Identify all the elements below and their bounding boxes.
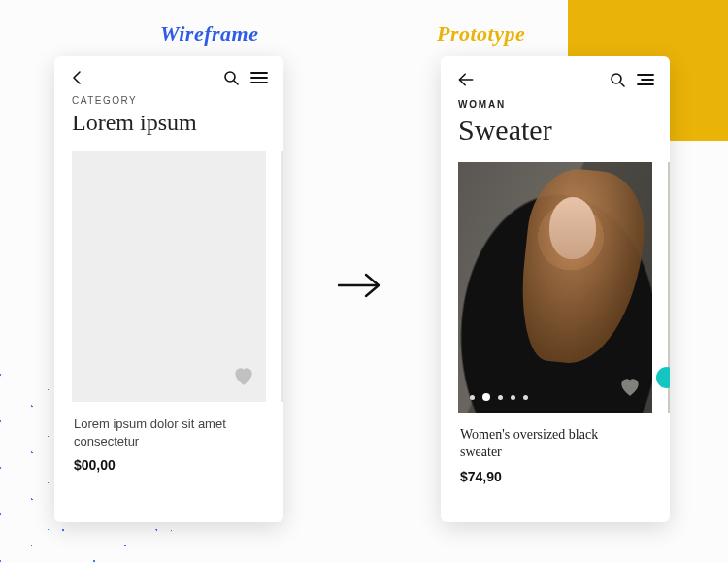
carousel-dot-active[interactable] xyxy=(482,393,490,401)
carousel-dot[interactable] xyxy=(523,395,528,400)
back-chevron-icon[interactable] xyxy=(70,70,83,85)
page-title: Lorem ipsum xyxy=(72,110,266,136)
product-card[interactable]: Women's oversized black sweater $74,90 xyxy=(458,162,652,484)
next-card-peek[interactable] xyxy=(281,151,283,402)
wireframe-card-area: Lorem ipsum dolor sit amet consectetur $… xyxy=(54,146,283,473)
prototype-topbar xyxy=(441,56,670,95)
search-icon[interactable] xyxy=(223,70,239,85)
menu-icon[interactable] xyxy=(250,71,268,84)
product-description: Lorem ipsum dolor sit amet consectetur xyxy=(74,415,239,449)
label-prototype: Prototype xyxy=(437,21,525,47)
product-card[interactable]: Lorem ipsum dolor sit amet consectetur $… xyxy=(72,151,266,473)
label-wireframe: Wireframe xyxy=(160,21,258,47)
product-price: $74,90 xyxy=(460,469,648,484)
prototype-phone: WOMAN Sweater Women's oversized blac xyxy=(441,56,670,522)
carousel-dot[interactable] xyxy=(470,395,475,400)
svg-line-2 xyxy=(234,81,238,84)
carousel-dot[interactable] xyxy=(511,395,515,400)
carousel-dot[interactable] xyxy=(498,395,503,400)
product-image xyxy=(458,162,652,413)
wireframe-topbar xyxy=(54,56,283,91)
wireframe-phone: CATEGORY Lorem ipsum Lorem ipsum dolor s… xyxy=(54,56,283,522)
page-title: Sweater xyxy=(458,114,652,147)
back-arrow-icon[interactable] xyxy=(456,70,476,89)
svg-line-8 xyxy=(620,83,624,86)
product-description: Women's oversized black sweater xyxy=(460,426,615,461)
product-meta: Lorem ipsum dolor sit amet consectetur $… xyxy=(72,402,266,473)
search-icon[interactable] xyxy=(610,72,625,87)
product-price: $00,00 xyxy=(74,457,262,473)
category-kicker: CATEGORY xyxy=(72,95,266,106)
product-image-placeholder xyxy=(72,151,266,402)
heart-icon[interactable] xyxy=(231,363,256,392)
heart-icon[interactable] xyxy=(617,374,643,403)
carousel-dots[interactable] xyxy=(470,393,528,401)
category-kicker: WOMAN xyxy=(458,99,652,110)
prototype-card-area: Women's oversized black sweater $74,90 xyxy=(441,156,670,484)
menu-icon[interactable] xyxy=(637,73,654,86)
arrow-right-icon xyxy=(335,270,385,305)
product-meta: Women's oversized black sweater $74,90 xyxy=(458,413,652,484)
wireframe-header: CATEGORY Lorem ipsum xyxy=(54,91,283,146)
prototype-header: WOMAN Sweater xyxy=(441,95,670,156)
